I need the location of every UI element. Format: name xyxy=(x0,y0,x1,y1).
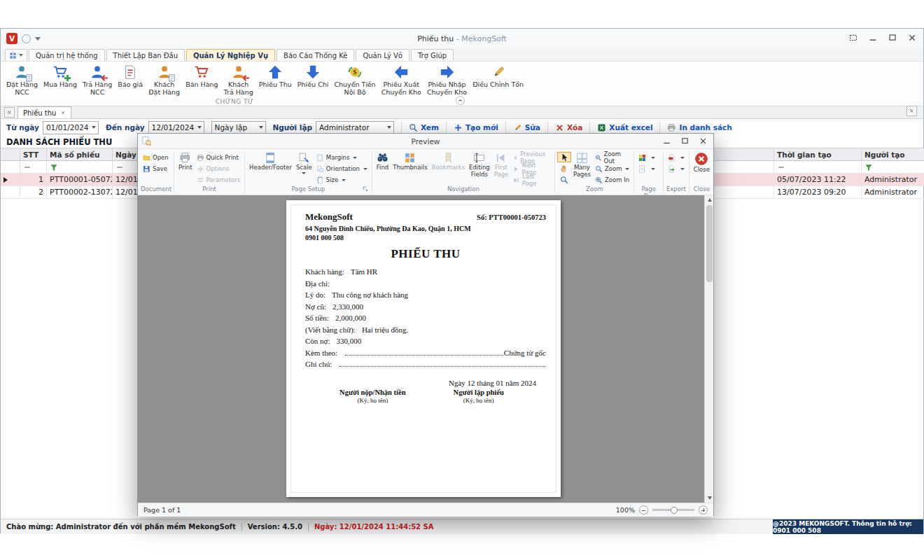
page-setup-dialog-launcher[interactable] xyxy=(362,186,369,192)
find-button[interactable]: Find xyxy=(374,150,391,173)
first-page-button[interactable]: First Page xyxy=(492,150,511,179)
page-color-button[interactable] xyxy=(636,152,657,163)
preview-minimize-button[interactable] xyxy=(657,134,676,147)
export-send-icon xyxy=(668,165,676,173)
zoom-slider-thumb[interactable] xyxy=(671,507,678,514)
from-date-input[interactable]: 01/01/2024 xyxy=(43,121,99,134)
pointer-tool-button[interactable] xyxy=(557,152,571,162)
zoom-percent: 100% xyxy=(616,506,635,514)
parameters-button[interactable]: Parameters xyxy=(195,174,243,186)
menu-grid-button[interactable] xyxy=(5,49,27,61)
tab-quan-ly-vo[interactable]: Quản Lý Vỏ xyxy=(356,49,410,61)
editing-fields-button[interactable]: Editing Fields xyxy=(467,150,492,179)
edit-button[interactable]: Sửa xyxy=(505,122,547,133)
from-date-caret-icon[interactable] xyxy=(92,126,96,129)
ribbon-phieu-nhap-chuyen-kho-button[interactable]: Phiếu Nhập Chuyển Kho xyxy=(424,63,470,97)
zoom-in-small-button[interactable] xyxy=(699,505,708,514)
last-page-button[interactable]: Last Page xyxy=(510,174,552,186)
delete-button[interactable]: Xóa xyxy=(547,122,589,133)
view-button[interactable]: Xem xyxy=(401,122,446,133)
ribbon-ban-hang-button[interactable]: Bán Hàng xyxy=(183,63,220,90)
creator-label: Người lập xyxy=(273,123,312,132)
ribbon-khach-dat-hang-button[interactable]: Khách Đặt Hàng xyxy=(146,63,183,97)
header-nguoi-tao[interactable]: Người tạo xyxy=(862,148,924,161)
thumbnails-button[interactable]: Thumbnails xyxy=(391,150,429,173)
ribbon-collapse-button[interactable] xyxy=(456,96,465,105)
ribbon-bao-gia-button[interactable]: Báo giá xyxy=(115,63,146,90)
ribbon-dat-hang-ncc-button[interactable]: Đặt Hàng NCC xyxy=(4,63,41,97)
tab-close-icon[interactable] xyxy=(60,110,66,115)
header-thoi-gian-tao[interactable]: Thời gian tạo xyxy=(774,148,862,161)
tab-bao-cao-thong-ke[interactable]: Báo Cáo Thống Kê xyxy=(276,49,354,61)
open-button[interactable]: Open xyxy=(141,152,171,163)
date-type-caret-icon[interactable] xyxy=(259,126,263,129)
ribbon-khach-tra-hang-button[interactable]: Khách Trả Hàng xyxy=(221,63,256,97)
tab-thiet-lap-ban-dau[interactable]: Thiết Lập Ban Đầu xyxy=(106,49,185,61)
ribbon-chuyen-tien-noi-bo-button[interactable]: Chuyển Tiền Nội Bộ xyxy=(331,63,378,97)
preview-close-button[interactable] xyxy=(694,134,712,147)
create-button[interactable]: Tạo mới xyxy=(446,122,505,133)
tab-tro-giup[interactable]: Trợ Giúp xyxy=(411,49,454,61)
scrollbar-thumb[interactable] xyxy=(706,205,713,282)
scroll-up-icon[interactable] xyxy=(705,195,713,204)
zoom-button[interactable]: Zoom xyxy=(593,163,632,174)
preview-title-bar: Preview xyxy=(138,134,713,149)
tab-phieu-thu[interactable]: Phiếu thu xyxy=(18,106,71,118)
filter-created-cell[interactable] xyxy=(774,161,862,174)
save-button[interactable]: Save xyxy=(141,163,171,174)
header-footer-button[interactable]: Header/Footer xyxy=(247,150,294,173)
print-button[interactable]: Print xyxy=(176,150,195,173)
tab-quan-tri-he-thong[interactable]: Quản trị hệ thống xyxy=(29,49,105,61)
ribbon-phieu-chi-button[interactable]: Phiếu Chi xyxy=(295,63,332,90)
ribbon-tra-hang-ncc-button[interactable]: Trả Hàng NCC xyxy=(80,63,115,97)
to-date-caret-icon[interactable] xyxy=(197,126,202,129)
tab-quan-ly-nghiep-vu[interactable]: Quản Lý Nghiệp Vụ xyxy=(186,49,275,61)
margins-button[interactable]: Margins xyxy=(314,152,370,163)
export-document-button[interactable] xyxy=(666,152,687,163)
qat-dropdown-icon[interactable] xyxy=(35,37,41,41)
filter-user-cell[interactable] xyxy=(862,161,924,174)
close-tab-right-button[interactable] xyxy=(906,106,917,116)
printer-icon xyxy=(179,152,191,164)
ribbon-phieu-thu-button[interactable]: Phiếu Thu xyxy=(256,63,295,90)
filter-ma-cell[interactable] xyxy=(47,161,113,174)
close-button[interactable] xyxy=(904,31,920,45)
zoom-out-small-button[interactable] xyxy=(639,505,648,514)
ribbon-mua-hang-button[interactable]: Mua Hàng xyxy=(41,63,80,90)
zoom-in-button[interactable]: Zoom In xyxy=(593,174,632,186)
close-preview-button[interactable]: Close xyxy=(692,150,712,175)
preview-maximize-button[interactable] xyxy=(676,134,694,147)
hand-tool-button[interactable] xyxy=(557,163,571,174)
header-ma-so-phieu[interactable]: Mã số phiếu xyxy=(47,148,113,161)
minimize-button[interactable] xyxy=(864,31,881,45)
orientation-button[interactable]: Orientation xyxy=(314,163,370,174)
preview-vertical-scrollbar[interactable] xyxy=(704,195,713,503)
scroll-down-icon[interactable] xyxy=(705,493,713,503)
filter-stt-cell[interactable] xyxy=(20,161,47,174)
creator-select[interactable]: Administrator xyxy=(316,121,394,134)
cell-ma: PTT00001-050723 xyxy=(47,174,113,186)
size-button[interactable]: Size xyxy=(314,174,370,186)
bookmarks-button[interactable]: Bookmarks xyxy=(430,150,468,173)
magnifier-tool-button[interactable] xyxy=(557,174,571,185)
header-stt[interactable]: STT xyxy=(20,148,47,161)
options-button[interactable]: Options xyxy=(195,163,243,174)
ribbon-dieu-chinh-ton-button[interactable]: Điều Chỉnh Tồn xyxy=(470,63,526,90)
close-all-tabs-button[interactable] xyxy=(4,107,15,118)
zoom-out-button[interactable]: Zoom Out xyxy=(593,152,632,163)
many-pages-button[interactable]: Many Pages xyxy=(571,150,593,179)
date-type-select[interactable]: Ngày lập xyxy=(211,121,266,134)
watermark-button[interactable] xyxy=(636,163,657,174)
send-document-button[interactable] xyxy=(666,163,687,174)
creator-caret-icon[interactable] xyxy=(387,126,391,129)
quick-print-button[interactable]: Quick Print xyxy=(195,152,243,163)
maximize-button[interactable] xyxy=(884,31,901,45)
to-date-input[interactable]: 12/01/2024 xyxy=(148,121,204,134)
ribbon-phieu-xuat-chuyen-kho-button[interactable]: Phiếu Xuất Chuyển Kho xyxy=(379,63,424,97)
print-list-button[interactable]: In danh sách xyxy=(659,122,738,133)
export-excel-button[interactable]: Xuất excel xyxy=(589,122,659,133)
zoom-slider[interactable] xyxy=(652,509,694,511)
scale-button[interactable]: Scale xyxy=(294,150,314,176)
qat-circle-icon[interactable] xyxy=(22,34,31,43)
fit-screen-button[interactable] xyxy=(845,31,862,45)
